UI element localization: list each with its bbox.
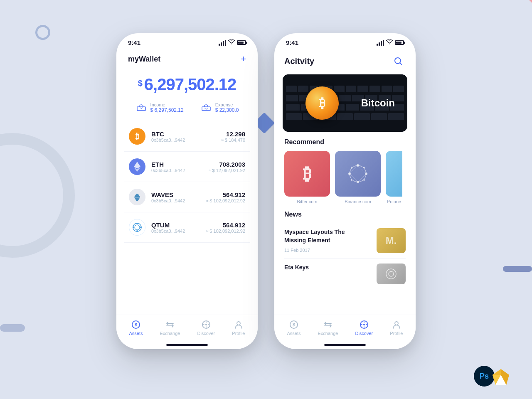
svg-rect-7 bbox=[202, 107, 210, 111]
exchange-label-1: Exchange bbox=[160, 331, 180, 336]
bottom-nav-2: $ Assets Exchange bbox=[274, 315, 416, 344]
eth-address: 0x3b5ca0...9442 bbox=[151, 168, 185, 173]
waves-name: WAVES bbox=[151, 191, 185, 198]
status-bar-1: 9:41 bbox=[116, 33, 258, 49]
income-value: $ 6,297,502.12 bbox=[150, 107, 184, 113]
nav-profile-2[interactable]: Profile bbox=[390, 320, 403, 336]
btc-icon: ₿ bbox=[129, 128, 145, 145]
exchange-icon-1 bbox=[165, 320, 175, 329]
crypto-item-waves[interactable]: WAVES 0x3b5ca0...9442 564.912 ≈ $ 102,09… bbox=[124, 182, 250, 212]
balance-section: $ 6,297,502.12 bbox=[116, 71, 258, 102]
svg-point-42 bbox=[389, 271, 394, 276]
home-indicator-1 bbox=[166, 344, 208, 346]
activity-title: Acitvity bbox=[284, 57, 314, 66]
svg-point-10 bbox=[136, 223, 138, 224]
phones-container: 9:41 myWallet bbox=[116, 33, 416, 349]
nav-profile-1[interactable]: Profile bbox=[232, 320, 245, 336]
bg-decoration-arc-left bbox=[0, 133, 75, 258]
hero-banner: ₿ Bitcoin bbox=[283, 74, 407, 132]
income-label: Income bbox=[150, 102, 184, 107]
home-indicator-2 bbox=[324, 344, 366, 346]
expense-item: Expense $ 22,300.0 bbox=[200, 102, 239, 113]
discover-label-2: Discover bbox=[355, 331, 373, 336]
waves-icon bbox=[129, 189, 145, 205]
expense-icon bbox=[200, 103, 212, 112]
svg-marker-1 bbox=[501, 369, 509, 375]
bg-decoration-circle bbox=[35, 25, 50, 40]
crypto-list: ₿ BTC 0x3b5ca0...9442 12.298 ≈ $ 184,470 bbox=[116, 121, 258, 315]
status-icons-2 bbox=[377, 39, 404, 46]
income-item: Income $ 6,297,502.12 bbox=[135, 102, 184, 113]
signal-icon-2 bbox=[377, 40, 384, 46]
svg-point-18 bbox=[237, 322, 240, 325]
svg-point-13 bbox=[140, 227, 142, 228]
btc-value: ≈ $ 184,470 bbox=[221, 138, 245, 143]
assets-label-2: Assets bbox=[287, 331, 301, 336]
news-headline-1: Myspace Layouts The Missing Element bbox=[284, 228, 367, 244]
svg-point-47 bbox=[395, 322, 398, 325]
eth-icon bbox=[129, 158, 145, 175]
nav-exchange-1[interactable]: Exchange bbox=[160, 320, 180, 336]
news-title: News bbox=[274, 211, 416, 223]
svg-point-11 bbox=[136, 230, 138, 232]
balance-dollar: $ bbox=[138, 79, 143, 88]
nav-exchange-2[interactable]: Exchange bbox=[318, 320, 338, 336]
news-item-2[interactable]: Eta Keys bbox=[284, 259, 406, 289]
signal-icon bbox=[219, 40, 226, 46]
svg-point-12 bbox=[133, 227, 134, 228]
bg-decoration-arc-top-right bbox=[466, 0, 532, 66]
svg-text:$: $ bbox=[135, 322, 137, 327]
eth-name: ETH bbox=[151, 161, 185, 168]
crypto-item-eth[interactable]: ETH 0x3b5ca0...9442 708.2003 ≈ $ 12,092,… bbox=[124, 152, 250, 182]
svg-text:$: $ bbox=[293, 322, 295, 327]
nav-discover-1[interactable]: Discover bbox=[197, 320, 215, 336]
waves-amount: 564.912 bbox=[206, 191, 245, 198]
phone-wallet: 9:41 myWallet bbox=[116, 33, 258, 349]
news-item-1[interactable]: Myspace Layouts The Missing Element 11 F… bbox=[284, 223, 406, 259]
status-time-2: 9:41 bbox=[286, 39, 298, 46]
assets-label-1: Assets bbox=[129, 331, 143, 336]
bitter-label: Bitter.com bbox=[284, 199, 330, 204]
balance-number: 6,297,502.12 bbox=[144, 75, 236, 94]
btc-address: 0x3b5ca0...9442 bbox=[151, 138, 185, 143]
waves-value: ≈ $ 102,092,012.92 bbox=[206, 198, 245, 203]
svg-point-46 bbox=[363, 324, 365, 325]
assets-icon-2: $ bbox=[289, 320, 298, 329]
recommend-scroll: ₿ Bitter.com bbox=[274, 151, 416, 211]
search-button[interactable] bbox=[391, 54, 406, 69]
news-headline-2: Eta Keys bbox=[284, 264, 309, 272]
btc-amount: 12.298 bbox=[221, 131, 245, 138]
bg-decoration-rect-left bbox=[0, 324, 25, 332]
crypto-item-btc[interactable]: ₿ BTC 0x3b5ca0...9442 12.298 ≈ $ 184,470 bbox=[124, 121, 250, 152]
expense-value: $ 22,300.0 bbox=[215, 107, 239, 113]
exchange-icon-2 bbox=[323, 320, 332, 329]
profile-label-1: Profile bbox=[232, 331, 245, 336]
hero-text: Bitcoin bbox=[361, 97, 395, 109]
svg-marker-2 bbox=[493, 369, 501, 375]
nav-discover-2[interactable]: Discover bbox=[355, 320, 373, 336]
nav-assets-2[interactable]: $ Assets bbox=[287, 320, 301, 336]
add-button[interactable]: + bbox=[241, 54, 246, 64]
recommend-card-binance[interactable]: Binance.com bbox=[335, 151, 381, 204]
news-thumbnail-1: M. bbox=[377, 228, 406, 253]
recommend-card-bitter[interactable]: ₿ Bitter.com bbox=[284, 151, 330, 204]
battery-icon-2 bbox=[395, 40, 404, 45]
income-expense-section: Income $ 6,297,502.12 Expense $ 22,300.0 bbox=[116, 102, 258, 121]
binance-image bbox=[335, 151, 381, 197]
income-icon bbox=[135, 103, 147, 112]
nav-assets-1[interactable]: $ Assets bbox=[129, 320, 143, 336]
svg-point-9 bbox=[135, 225, 140, 230]
crypto-item-qtum[interactable]: QTUM 0x3b5ca0...9442 564.912 ≈ $ 102,092… bbox=[124, 212, 250, 243]
status-time-1: 9:41 bbox=[128, 39, 140, 46]
discover-icon-1 bbox=[202, 320, 211, 329]
sketch-badge bbox=[490, 367, 512, 387]
svg-point-41 bbox=[386, 269, 396, 279]
binance-label: Binance.com bbox=[335, 199, 381, 204]
battery-icon bbox=[237, 40, 246, 45]
news-thumb-img-1: M. bbox=[377, 228, 406, 253]
bottom-nav-1: $ Assets Exchange bbox=[116, 315, 258, 344]
recommend-card-polone[interactable]: Polone bbox=[386, 151, 402, 204]
polone-label: Polone bbox=[386, 199, 402, 204]
exchange-label-2: Exchange bbox=[318, 331, 338, 336]
eth-amount: 708.2003 bbox=[208, 161, 245, 168]
